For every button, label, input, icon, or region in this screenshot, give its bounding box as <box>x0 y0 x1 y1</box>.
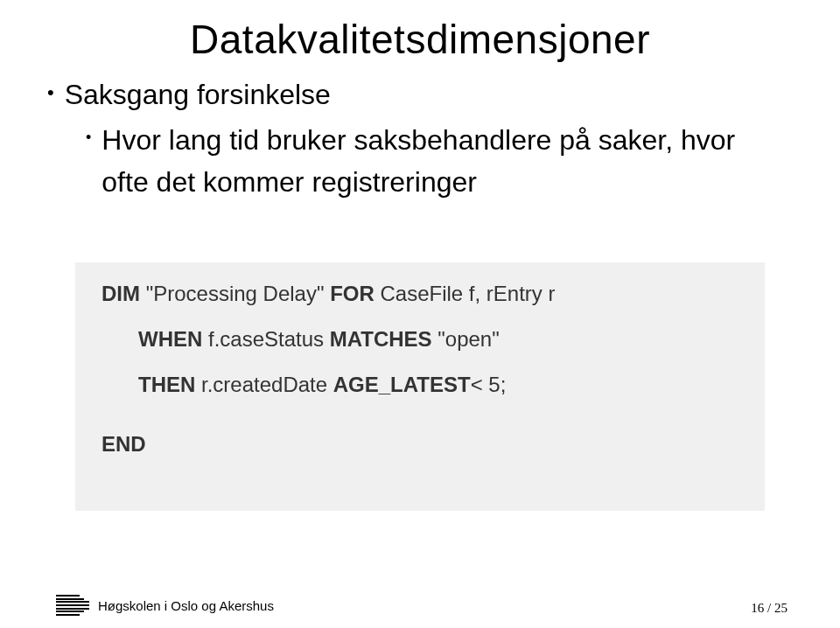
slide-title: Datakvalitetsdimensjoner <box>0 16 840 63</box>
code-line: END <box>102 432 738 457</box>
slide: Datakvalitetsdimensjoner • Saksgang fors… <box>0 0 840 628</box>
keyword-dim: DIM <box>102 282 140 305</box>
code-text: "open" <box>432 327 500 351</box>
bullet-level1-text: Saksgang forsinkelse <box>65 73 331 115</box>
code-text: < 5; <box>471 373 507 396</box>
code-line: DIM "Processing Delay" FOR CaseFile f, r… <box>102 282 738 306</box>
footer-left: Høgskolen i Oslo og Akershus <box>56 595 274 616</box>
code-text: CaseFile f, rEntry r <box>374 282 556 305</box>
keyword-when: WHEN <box>138 327 202 351</box>
bullet-level2-text: Hvor lang tid bruker saksbehandlere på s… <box>102 119 749 203</box>
page-number: 16 / 25 <box>751 601 788 616</box>
bullet-dot-icon: • <box>47 73 54 112</box>
bullet-dot-icon: • <box>86 119 91 156</box>
institution-name: Høgskolen i Oslo og Akershus <box>98 598 274 613</box>
bullet-list: • Saksgang forsinkelse • Hvor lang tid b… <box>47 73 749 203</box>
keyword-then: THEN <box>138 373 195 396</box>
code-line: THEN r.createdDate AGE_LATEST< 5; <box>138 373 738 397</box>
code-text: f.caseStatus <box>202 327 329 351</box>
institution-logo-icon <box>56 595 89 616</box>
keyword-for: FOR <box>330 282 374 305</box>
code-block: DIM "Processing Delay" FOR CaseFile f, r… <box>75 262 765 511</box>
code-line: WHEN f.caseStatus MATCHES "open" <box>138 327 738 352</box>
keyword-age: AGE_LATEST <box>333 373 471 396</box>
bullet-level1: • Saksgang forsinkelse <box>47 73 749 115</box>
keyword-end: END <box>102 432 146 456</box>
code-text: "Processing Delay" <box>140 282 330 305</box>
keyword-matches: MATCHES <box>330 327 432 351</box>
bullet-level2: • Hvor lang tid bruker saksbehandlere på… <box>86 119 749 203</box>
code-text: r.createdDate <box>195 373 332 396</box>
